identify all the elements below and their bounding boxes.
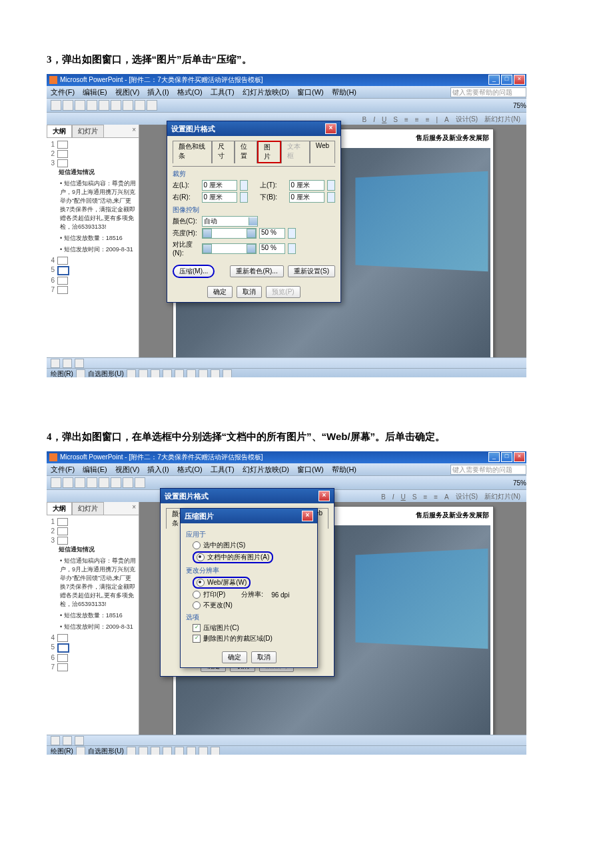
minimize-button[interactable]: _	[488, 75, 500, 85]
opt-selected-pictures[interactable]: 选中的图片(S)	[193, 541, 312, 550]
chk-delete-crop[interactable]: 删除图片的剪裁区域(D)	[193, 634, 312, 643]
format-picture-dialog: 设置图片格式 × 颜色和线条 尺寸 位置 图片 文本框 Web 裁剪 左(L):…	[167, 121, 341, 303]
undo-icon[interactable]	[135, 100, 145, 111]
dialog2-cancel-button[interactable]: 取消	[251, 651, 277, 663]
print-icon[interactable]	[87, 100, 97, 111]
crop-group-label: 裁剪	[173, 169, 335, 179]
tab-textbox: 文本框	[281, 141, 309, 163]
paste-icon[interactable]	[123, 100, 133, 111]
outline-tab[interactable]: 大纲	[47, 125, 72, 137]
tab-picture[interactable]: 图片	[257, 141, 281, 163]
save-icon[interactable]	[75, 100, 85, 111]
tab-size[interactable]: 尺寸	[212, 141, 235, 163]
slide-thumb-5[interactable]: 5	[49, 266, 136, 275]
powerpoint-icon	[49, 76, 57, 84]
slide-thumb-4[interactable]: 4	[49, 257, 136, 265]
cut-icon[interactable]	[99, 100, 109, 111]
draw-menu[interactable]: 绘图(R)	[51, 369, 73, 378]
app-title: Microsoft PowerPoint - [附件二：7大类保养件买赠活动评估…	[60, 75, 263, 85]
menu-tools[interactable]: 工具(T)	[211, 87, 235, 97]
preview-button: 预览(P)	[266, 286, 300, 298]
image-control-label: 图像控制	[173, 205, 335, 215]
compress-pictures-dialog: 压缩图片× 应用于 选中的图片(S) 文档中的所有图片(A) 更改分辨率 Web…	[180, 508, 318, 668]
redo-icon[interactable]	[147, 100, 157, 111]
dialog2-ok-button[interactable]: 确定	[222, 651, 247, 663]
slide-thumb-2[interactable]: 2	[49, 150, 136, 158]
reset-button[interactable]: 重新设置(S)	[288, 265, 335, 277]
autoshapes-menu[interactable]: 自选图形(U)	[88, 369, 124, 378]
menu-format[interactable]: 格式(O)	[177, 87, 203, 97]
chk-compress[interactable]: 压缩图片(C)	[193, 623, 312, 633]
change-resolution-label: 更改分辨率	[186, 566, 312, 575]
slide-thumb-7[interactable]: 7	[49, 286, 136, 294]
dialog-title-bar: 设置图片格式 ×	[167, 121, 340, 136]
crop-left-input[interactable]: 0 厘米	[202, 180, 238, 191]
dialog-close-button[interactable]: ×	[325, 123, 336, 134]
new-icon[interactable]	[51, 100, 61, 111]
outline-pane: 大纲 幻灯片 × 1 2 3 短信通知情况 • 短信通知稿内容：尊贵的用户，9月…	[47, 125, 139, 357]
pane-close-icon[interactable]: ×	[129, 125, 139, 137]
screenshot-2: Microsoft PowerPoint - [附件二：7大类保养件买赠活动评估…	[47, 451, 526, 755]
menu-edit[interactable]: 编辑(E)	[83, 87, 107, 97]
opt-print[interactable]: 打印(P)分辨率:96 dpi	[193, 590, 312, 599]
compress-button[interactable]: 压缩(M)...	[173, 265, 215, 278]
contrast-slider[interactable]	[202, 243, 257, 254]
opt-no-change[interactable]: 不更改(N)	[193, 601, 312, 610]
menu-slideshow[interactable]: 幻灯片放映(D)	[243, 87, 289, 97]
menu-window[interactable]: 窗口(W)	[297, 87, 324, 97]
cancel-button[interactable]: 取消	[237, 286, 262, 298]
tab-web[interactable]: Web	[310, 141, 335, 163]
menu-bar: 文件(F) 编辑(E) 视图(V) 插入(I) 格式(O) 工具(T) 幻灯片放…	[47, 86, 526, 99]
copy-icon[interactable]	[111, 100, 121, 111]
newslide-button[interactable]: 新幻灯片(N)	[482, 114, 522, 125]
opt-web-screen[interactable]: Web/屏幕(W)	[193, 577, 251, 589]
crop-top-input[interactable]: 0 厘米	[289, 180, 325, 191]
step3-heading: 3，弹出如图窗口，选择“图片”后单击“压缩”。	[47, 53, 566, 66]
options-label: 选项	[186, 613, 312, 622]
color-combo[interactable]: 自动	[202, 216, 258, 227]
step4-heading: 4，弹出如图窗口，在单选框中分别选择“文档中的所有图片”、“Web/屏幕”。后单…	[47, 431, 566, 443]
dialog2-close-button[interactable]: ×	[302, 511, 313, 521]
opt-all-pictures[interactable]: 文档中的所有图片(A)	[193, 551, 273, 563]
screenshot-1: Microsoft PowerPoint - [附件二：7大类保养件买赠活动评估…	[47, 74, 526, 377]
menu-file[interactable]: 文件(F)	[51, 87, 75, 97]
maximize-button[interactable]: □	[501, 75, 512, 85]
ok-button[interactable]: 确定	[207, 286, 233, 298]
zoom-value[interactable]: 75%	[513, 102, 526, 109]
close-button[interactable]: ×	[514, 75, 525, 85]
help-search-input[interactable]: 键入需要帮助的问题	[450, 87, 526, 97]
open-icon[interactable]	[63, 100, 73, 111]
menu-insert[interactable]: 插入(I)	[147, 87, 169, 97]
crop-right-input[interactable]: 0 厘米	[202, 192, 238, 203]
design-button[interactable]: 设计(S)	[454, 114, 480, 125]
slides-tab[interactable]: 幻灯片	[72, 125, 104, 137]
menu-view[interactable]: 视图(V)	[115, 87, 140, 97]
slide-thumb-3[interactable]: 3	[49, 159, 136, 167]
standard-toolbar: 75%	[47, 99, 526, 113]
menu-help[interactable]: 帮助(H)	[332, 87, 356, 97]
brightness-slider[interactable]	[202, 228, 257, 239]
recolor-button[interactable]: 重新着色(R)...	[230, 265, 283, 277]
tab-position[interactable]: 位置	[235, 141, 257, 163]
tab-colorline[interactable]: 颜色和线条	[173, 141, 212, 163]
slide-thumb-1[interactable]: 1	[49, 141, 136, 149]
apply-to-label: 应用于	[186, 530, 312, 539]
crop-bottom-input[interactable]: 0 厘米	[289, 192, 325, 203]
slide-dept-title: 售后服务及新业务发展部	[416, 133, 489, 143]
slide-thumb-6[interactable]: 6	[49, 277, 136, 285]
title-bar: Microsoft PowerPoint - [附件二：7大类保养件买赠活动评估…	[47, 74, 526, 86]
